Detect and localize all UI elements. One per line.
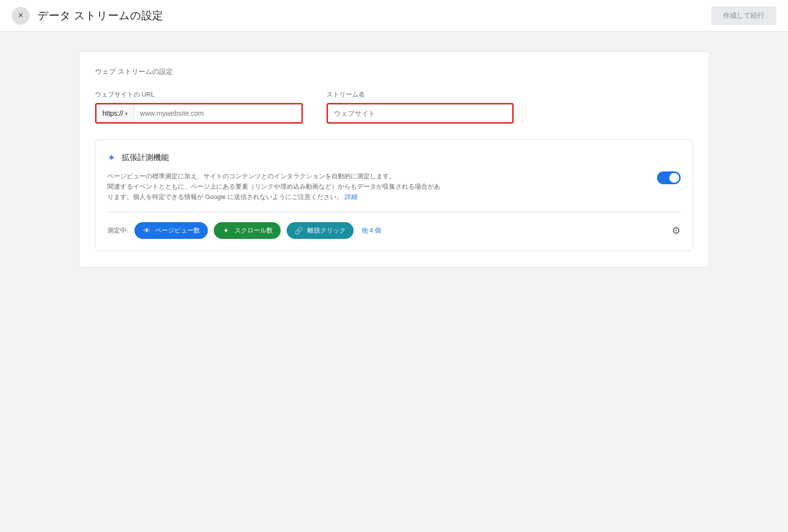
chip-scroll[interactable]: ✦ スクロール数 (214, 222, 281, 239)
close-button[interactable]: × (12, 7, 30, 25)
more-link[interactable]: 他 4 個 (361, 226, 381, 235)
enhanced-title: 拡張計測機能 (122, 153, 169, 163)
enhanced-description-container: ページビューの標準測定に加え、サイトのコンテンツとのインタラクションを自動的に測… (107, 171, 681, 202)
link-icon: 🔗 (295, 226, 303, 235)
description-line1: ページビューの標準測定に加え、サイトのコンテンツとのインタラクションを自動的に測… (107, 172, 395, 180)
page-header: × データ ストリームの設定 作成して続行 (0, 0, 788, 32)
divider (107, 212, 681, 212)
enhanced-header: ✦ 拡張計測機能 (107, 152, 681, 164)
card-section-title: ウェブ ストリームの設定 (95, 67, 693, 76)
chevron-down-icon: ▾ (125, 111, 128, 116)
protocol-value: https:// (102, 109, 123, 117)
stream-name-field-group: ストリーム名 (327, 90, 514, 124)
enhanced-toggle[interactable]: ✓ (657, 171, 681, 184)
enhanced-description: ページビューの標準測定に加え、サイトのコンテンツとのインタラクションを自動的に測… (107, 171, 646, 202)
url-field-label: ウェブサイトの URL (95, 90, 303, 99)
close-icon: × (18, 10, 24, 21)
main-content: ウェブ ストリームの設定 ウェブサイトの URL https:// ▾ ストリー… (0, 32, 788, 287)
header-left: × データ ストリームの設定 (12, 7, 163, 25)
url-input-group: https:// ▾ (95, 103, 303, 124)
measurement-label: 測定中: (107, 226, 129, 235)
scroll-icon: ✦ (222, 226, 230, 235)
chip-pageview-label: ページビュー数 (155, 226, 200, 235)
protocol-select[interactable]: https:// ▾ (97, 104, 134, 122)
sparkle-icon: ✦ (107, 152, 116, 164)
measurement-row: 測定中: 👁 ページビュー数 ✦ スクロール数 🔗 離脱クリック 他 4 個 ⚙ (107, 222, 681, 239)
toggle-check-icon: ✓ (674, 175, 678, 181)
stream-name-label: ストリーム名 (327, 90, 514, 99)
settings-icon[interactable]: ⚙ (672, 225, 681, 236)
chip-exit-click[interactable]: 🔗 離脱クリック (287, 222, 354, 239)
stream-name-input[interactable] (327, 103, 514, 124)
detail-link[interactable]: 詳細 (345, 193, 358, 200)
settings-card: ウェブ ストリームの設定 ウェブサイトの URL https:// ▾ ストリー… (79, 51, 709, 267)
fields-row: ウェブサイトの URL https:// ▾ ストリーム名 (95, 90, 693, 124)
chip-exit-click-label: 離脱クリック (307, 226, 346, 235)
url-field-group: ウェブサイトの URL https:// ▾ (95, 90, 303, 124)
enhanced-section: ✦ 拡張計測機能 ページビューの標準測定に加え、サイトのコンテンツとのインタラク… (95, 139, 693, 251)
chip-pageview[interactable]: 👁 ページビュー数 (134, 222, 208, 239)
toggle-container: ✓ (657, 171, 681, 184)
page-title: データ ストリームの設定 (37, 8, 163, 23)
chip-scroll-label: スクロール数 (234, 226, 273, 235)
url-input[interactable] (134, 104, 301, 122)
description-line2: 関連するイベントとともに、ページ上にある要素（リンクや埋め込み動画など）からもデ… (107, 183, 440, 190)
create-continue-button[interactable]: 作成して続行 (711, 6, 776, 25)
eye-icon: 👁 (142, 226, 151, 235)
description-line3: ります。個人を特定できる情報が Google に送信されないようにご注意ください… (107, 193, 343, 200)
